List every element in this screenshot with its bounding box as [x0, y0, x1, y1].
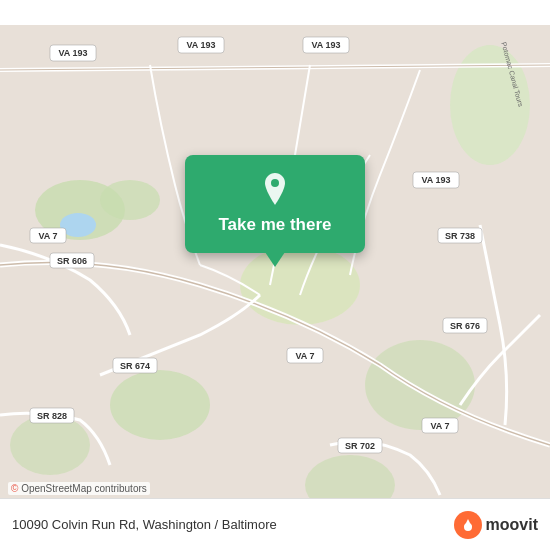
- svg-point-7: [10, 415, 90, 475]
- bottom-bar: 10090 Colvin Run Rd, Washington / Baltim…: [0, 498, 550, 550]
- osm-credit: © OpenStreetMap contributors: [8, 482, 150, 495]
- map-svg: VA 193 VA 193 VA 193 VA 193 VA 7 VA 7 VA…: [0, 0, 550, 550]
- svg-text:VA 193: VA 193: [311, 40, 340, 50]
- svg-point-4: [110, 370, 210, 440]
- svg-text:VA 193: VA 193: [58, 48, 87, 58]
- svg-marker-43: [464, 519, 472, 527]
- svg-point-3: [240, 245, 360, 325]
- address-text: 10090 Colvin Run Rd, Washington / Baltim…: [12, 517, 277, 532]
- svg-text:VA 7: VA 7: [430, 421, 449, 431]
- svg-point-41: [271, 179, 279, 187]
- svg-point-5: [365, 340, 475, 430]
- svg-text:SR 606: SR 606: [57, 256, 87, 266]
- svg-text:VA 7: VA 7: [38, 231, 57, 241]
- svg-text:VA 193: VA 193: [421, 175, 450, 185]
- osm-credit-text: OpenStreetMap contributors: [21, 483, 147, 494]
- svg-text:VA 7: VA 7: [295, 351, 314, 361]
- moovit-brand-text: moovit: [486, 516, 538, 534]
- moovit-icon: [454, 511, 482, 539]
- moovit-logo[interactable]: moovit: [454, 511, 538, 539]
- osm-copyright-symbol: ©: [11, 483, 18, 494]
- popup-card[interactable]: Take me there: [185, 155, 365, 253]
- svg-text:SR 702: SR 702: [345, 441, 375, 451]
- svg-text:SR 676: SR 676: [450, 321, 480, 331]
- svg-text:SR 828: SR 828: [37, 411, 67, 421]
- svg-text:VA 193: VA 193: [186, 40, 215, 50]
- svg-text:SR 738: SR 738: [445, 231, 475, 241]
- take-me-there-button[interactable]: Take me there: [218, 215, 331, 235]
- svg-text:SR 674: SR 674: [120, 361, 150, 371]
- location-pin-icon: [257, 171, 293, 207]
- map-container[interactable]: VA 193 VA 193 VA 193 VA 193 VA 7 VA 7 VA…: [0, 0, 550, 550]
- svg-point-2: [100, 180, 160, 220]
